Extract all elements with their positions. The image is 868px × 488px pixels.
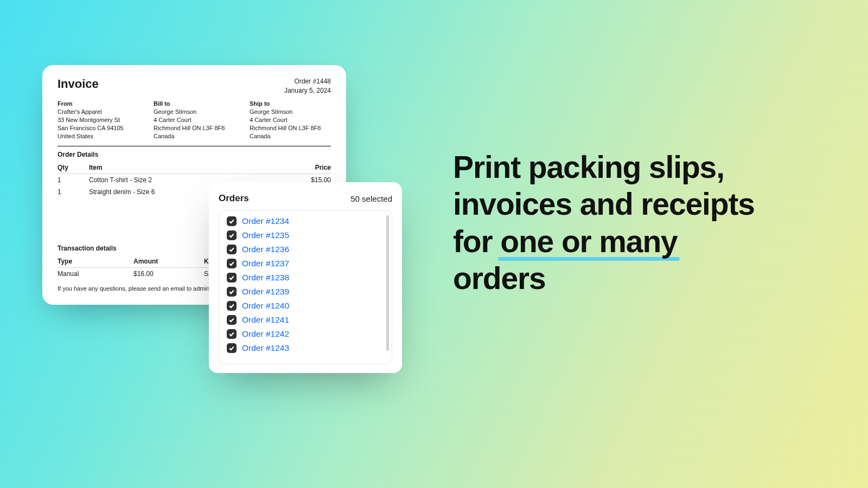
order-link[interactable]: Order #1237 <box>242 259 289 268</box>
order-link[interactable]: Order #1236 <box>242 245 289 254</box>
headline-line-2: invoices and receipts <box>453 187 755 221</box>
bill-to-line1: 4 Carter Court <box>154 116 250 124</box>
order-row[interactable]: Order #1242 <box>222 327 388 341</box>
order-link[interactable]: Order #1240 <box>242 301 289 311</box>
ship-to-name: George Stimson <box>250 108 331 116</box>
order-row[interactable]: Order #1240 <box>222 299 388 313</box>
checkbox-icon[interactable] <box>227 287 237 297</box>
scrollbar[interactable] <box>386 215 389 351</box>
checkbox-icon[interactable] <box>227 230 237 240</box>
cell-type: Manual <box>58 267 133 280</box>
from-name: Crafter's Apparel <box>58 108 154 116</box>
col-item: Item <box>89 162 293 174</box>
checkbox-icon[interactable] <box>227 216 237 226</box>
orders-title: Orders <box>219 193 249 204</box>
headline-emphasis: one or many <box>500 223 677 260</box>
from-block: From Crafter's Apparel 33 New Montgomery… <box>58 100 154 140</box>
order-link[interactable]: Order #1234 <box>242 216 289 226</box>
order-row[interactable]: Order #1241 <box>222 313 388 327</box>
headline-line-1: Print packing slips, <box>453 150 724 184</box>
order-link[interactable]: Order #1242 <box>242 329 289 339</box>
from-line2: San Francisco CA 94105 <box>58 124 154 132</box>
col-type: Type <box>58 255 133 268</box>
order-row[interactable]: Order #1237 <box>222 256 388 271</box>
cell-qty: 1 <box>58 174 89 186</box>
checkbox-icon[interactable] <box>227 259 237 268</box>
order-row[interactable]: Order #1238 <box>222 271 388 285</box>
col-price: Price <box>293 162 331 174</box>
ship-to-heading: Ship to <box>250 100 331 108</box>
checkbox-icon[interactable] <box>227 245 237 254</box>
ship-to-line1: 4 Carter Court <box>250 116 331 124</box>
bill-to-country: Canada <box>154 132 250 140</box>
invoice-date: January 5, 2024 <box>284 86 331 95</box>
bill-to-block: Bill to George Stimson 4 Carter Court Ri… <box>154 100 250 140</box>
order-row[interactable]: Order #1236 <box>222 242 388 256</box>
order-row[interactable]: Order #1243 <box>222 341 388 355</box>
invoice-meta: Order #1448 January 5, 2024 <box>284 77 331 95</box>
checkbox-icon[interactable] <box>227 343 237 353</box>
order-row[interactable]: Order #1235 <box>222 228 388 242</box>
order-link[interactable]: Order #1238 <box>242 273 289 282</box>
cell-amount: $16.00 <box>133 267 204 280</box>
cell-qty: 1 <box>58 186 89 198</box>
from-country: United States <box>58 132 154 140</box>
checkbox-icon[interactable] <box>227 301 237 311</box>
ship-to-line2: Richmond Hill ON L3F 8F8 <box>250 124 331 132</box>
order-link[interactable]: Order #1243 <box>242 343 289 353</box>
order-details-heading: Order Details <box>58 151 331 158</box>
bill-to-name: George Stimson <box>154 108 250 116</box>
order-row[interactable]: Order #1239 <box>222 285 388 299</box>
from-line1: 33 New Montgomery St <box>58 116 154 124</box>
bill-to-heading: Bill to <box>154 100 250 108</box>
col-qty: Qty <box>58 162 89 174</box>
bill-to-line2: Richmond Hill ON L3F 8F8 <box>154 124 250 132</box>
checkbox-icon[interactable] <box>227 315 237 325</box>
order-row[interactable]: Order #1234 <box>222 214 388 228</box>
checkbox-icon[interactable] <box>227 273 237 282</box>
orders-list[interactable]: Order #1234Order #1235Order #1236Order #… <box>219 210 392 364</box>
from-heading: From <box>58 100 154 108</box>
checkbox-icon[interactable] <box>227 329 237 339</box>
order-link[interactable]: Order #1241 <box>242 315 289 325</box>
headline-line-3a: for <box>453 224 500 259</box>
orders-panel: Orders 50 selected Order #1234Order #123… <box>209 182 402 373</box>
headline-line-4: orders <box>453 261 546 296</box>
ship-to-block: Ship to George Stimson 4 Carter Court Ri… <box>250 100 331 140</box>
promo-headline: Print packing slips, invoices and receip… <box>453 149 789 297</box>
order-link[interactable]: Order #1235 <box>242 230 289 240</box>
order-link[interactable]: Order #1239 <box>242 287 289 297</box>
invoice-title: Invoice <box>58 77 99 91</box>
invoice-order-number: Order #1448 <box>284 77 331 86</box>
col-amount: Amount <box>133 255 204 268</box>
orders-selected-count: 50 selected <box>350 194 392 203</box>
ship-to-country: Canada <box>250 132 331 140</box>
divider <box>58 146 331 146</box>
